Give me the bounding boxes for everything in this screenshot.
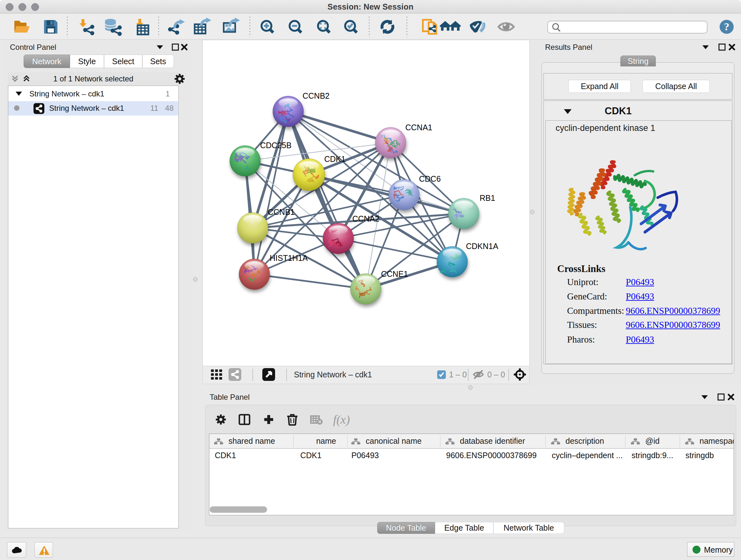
svg-text:CDKN1A: CDKN1A [466,242,498,251]
svg-text:f(x): f(x) [333,413,350,427]
svg-text:CCNA1: CCNA1 [405,123,432,132]
svg-text:CDC6: CDC6 [419,174,441,183]
svg-text:CDC25B: CDC25B [260,141,292,150]
svg-text:HIST1H1A: HIST1H1A [270,253,308,262]
svg-text:CCNB1: CCNB1 [268,207,295,216]
svg-text:CCNB2: CCNB2 [302,91,330,100]
svg-text:CCNE1: CCNE1 [381,269,408,278]
svg-text:0 – 0: 0 – 0 [487,370,505,379]
svg-text:?: ? [724,21,730,33]
svg-text:String Network – cdk1: String Network – cdk1 [294,370,372,379]
svg-text:RB1: RB1 [480,193,495,202]
svg-text:CDK1: CDK1 [324,154,346,164]
svg-text:CCNA2: CCNA2 [352,214,380,223]
svg-text:1 – 0: 1 – 0 [449,370,467,379]
